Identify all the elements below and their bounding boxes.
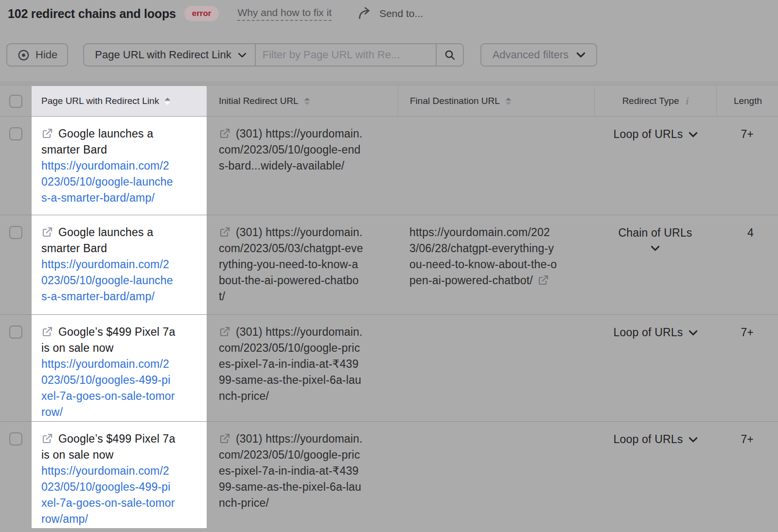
page-url-link[interactable]: https://yourdomain.com/2023/05/10/google… <box>41 158 176 206</box>
select-all-checkbox[interactable] <box>9 95 22 108</box>
filter-input[interactable] <box>263 49 429 61</box>
redirect-type-cell: Loop of URLs <box>594 315 716 421</box>
row-checkbox-cell <box>0 315 32 421</box>
page-url-link[interactable]: https://yourdomain.com/2023/05/10/google… <box>41 356 176 420</box>
redirect-type-toggle[interactable]: Loop of URLs <box>613 325 697 341</box>
external-link-icon[interactable] <box>41 226 53 238</box>
redirect-type-cell: Chain of URLs <box>594 215 716 314</box>
row-checkbox[interactable] <box>9 432 22 446</box>
column-header-length: Length <box>716 86 778 116</box>
page-title: Google’s $499 Pixel 7a is on sale now <box>41 432 176 461</box>
redirect-type-cell: Loop of URLs <box>594 422 716 528</box>
final-destination-cell: https://yourdomain.com/2023/06/28/chatgp… <box>398 215 594 314</box>
advanced-filters-label: Advanced filters <box>493 49 569 61</box>
chevron-down-icon <box>651 245 659 251</box>
why-how-to-fix-link[interactable]: Why and how to fix it <box>237 7 332 21</box>
initial-redirect-url: (301) https://yourdomain.com/2023/05/03/… <box>219 226 363 303</box>
redirect-type-toggle[interactable]: Chain of URLs <box>618 225 692 251</box>
column-header-final-destination[interactable]: Final Destination URL <box>398 86 594 116</box>
length-cell: 4 <box>716 215 778 314</box>
search-button[interactable] <box>436 44 463 66</box>
initial-redirect-cell: (301) https://yourdomain.com/2023/05/10/… <box>207 117 398 215</box>
page-url-link[interactable]: https://yourdomain.com/2023/05/10/google… <box>41 257 176 305</box>
initial-redirect-url: (301) https://yourdomain.com/2023/05/10/… <box>219 432 363 509</box>
table-header-row: Page URL with Redirect Link Initial Redi… <box>0 86 778 117</box>
title-bar: 102 redirect chains and loops error Why … <box>8 0 423 27</box>
initial-redirect-cell: (301) https://yourdomain.com/2023/05/10/… <box>207 422 398 528</box>
column-header-initial-redirect[interactable]: Initial Redirect URL <box>207 86 398 116</box>
row-checkbox-cell <box>0 215 32 314</box>
length-cell: 7+ <box>716 422 778 528</box>
page-title: Google’s $499 Pixel 7a is on sale now <box>41 326 176 354</box>
external-link-icon[interactable] <box>219 226 230 238</box>
advanced-filters-button[interactable]: Advanced filters <box>480 43 598 67</box>
table-row: Google’s $499 Pixel 7a is on sale now ht… <box>0 315 778 422</box>
external-link-icon[interactable] <box>41 433 53 445</box>
sort-icon <box>505 97 512 105</box>
table-row: Google launches a smarter Bard https://y… <box>0 117 778 215</box>
row-checkbox-cell <box>0 117 32 215</box>
send-icon <box>358 7 373 20</box>
send-to-label: Send to... <box>379 8 423 19</box>
row-checkbox[interactable] <box>9 326 22 339</box>
page-url-cell: Google’s $499 Pixel 7a is on sale now ht… <box>32 422 207 528</box>
page-url-cell: Google launches a smarter Bard https://y… <box>32 117 207 215</box>
row-checkbox-cell <box>0 422 32 528</box>
chevron-down-icon <box>689 437 697 443</box>
page-title: Google launches a smarter Bard <box>41 127 153 156</box>
send-to-button[interactable]: Send to... <box>358 7 423 20</box>
sort-icon <box>303 97 311 105</box>
search-icon <box>444 49 456 61</box>
filter-column-value: Page URL with Redirect Link <box>95 49 231 61</box>
redirect-type-cell: Loop of URLs <box>594 117 716 215</box>
length-cell: 7+ <box>716 117 778 215</box>
final-destination-cell <box>398 315 594 421</box>
table-top-shadow <box>0 81 778 86</box>
column-header-page-url[interactable]: Page URL with Redirect Link <box>32 86 207 116</box>
initial-redirect-url: (301) https://yourdomain.com/2023/05/10/… <box>219 127 363 172</box>
table-row: Google launches a smarter Bard https://y… <box>0 215 778 315</box>
chevron-down-icon <box>689 132 697 137</box>
table-row: Google’s $499 Pixel 7a is on sale now ht… <box>0 422 778 528</box>
redirects-table: Page URL with Redirect Link Initial Redi… <box>0 86 778 528</box>
external-link-icon[interactable] <box>537 275 549 286</box>
final-destination-cell <box>398 422 594 528</box>
sort-icon <box>164 97 171 105</box>
external-link-icon[interactable] <box>219 433 230 445</box>
external-link-icon[interactable] <box>219 128 230 139</box>
filter-column-dropdown[interactable]: Page URL with Redirect Link <box>84 44 254 66</box>
initial-redirect-cell: (301) https://yourdomain.com/2023/05/03/… <box>207 215 398 314</box>
final-destination-cell <box>398 117 594 215</box>
page-url-link[interactable]: https://yourdomain.com/2023/05/10/google… <box>41 463 176 527</box>
redirect-type-toggle[interactable]: Loop of URLs <box>613 431 697 447</box>
column-header-redirect-type: Redirect Type i <box>594 86 716 116</box>
row-checkbox[interactable] <box>9 127 22 140</box>
page-title: Google launches a smarter Bard <box>41 226 153 255</box>
final-destination-url: https://yourdomain.com/2023/06/28/chatgp… <box>409 226 557 287</box>
external-link-icon[interactable] <box>219 326 230 338</box>
chevron-down-icon <box>238 52 246 58</box>
external-link-icon[interactable] <box>41 128 53 139</box>
redirect-type-toggle[interactable]: Loop of URLs <box>613 126 697 142</box>
chevron-down-icon <box>577 52 585 58</box>
page-url-cell: Google launches a smarter Bard https://y… <box>32 215 207 314</box>
filter-group: Page URL with Redirect Link <box>83 43 463 67</box>
page-url-cell: Google’s $499 Pixel 7a is on sale now ht… <box>32 315 207 421</box>
external-link-icon[interactable] <box>41 326 53 338</box>
row-checkbox[interactable] <box>9 226 22 239</box>
hide-label: Hide <box>35 49 57 61</box>
hide-button[interactable]: Hide <box>6 43 68 67</box>
length-cell: 7+ <box>716 315 778 421</box>
header-checkbox-cell <box>0 86 32 116</box>
chevron-down-icon <box>689 330 697 336</box>
eye-icon <box>17 49 30 62</box>
page-title: 102 redirect chains and loops <box>8 7 176 21</box>
initial-redirect-cell: (301) https://yourdomain.com/2023/05/10/… <box>207 315 398 421</box>
filter-input-wrap <box>255 44 436 66</box>
toolbar: Hide Page URL with Redirect Link Advance… <box>6 43 597 67</box>
info-icon[interactable]: i <box>686 95 689 107</box>
initial-redirect-url: (301) https://yourdomain.com/2023/05/10/… <box>219 326 363 402</box>
error-badge: error <box>184 6 219 21</box>
